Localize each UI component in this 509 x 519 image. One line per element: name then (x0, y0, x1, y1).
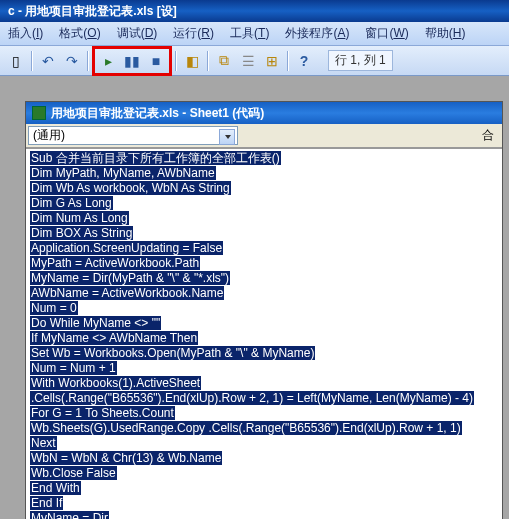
code-line: Sub 合并当前目录下所有工作簿的全部工作表() (30, 151, 502, 166)
procedure-dropdown-label: 合 (482, 127, 494, 144)
menu-调试[interactable]: 调试(D) (109, 25, 166, 42)
menu-bar: 插入(I)格式(O)调试(D)运行(R)工具(T)外接程序(A)窗口(W)帮助(… (0, 22, 509, 46)
code-window: 用地项目审批登记表.xls - Sheet1 (代码) (通用) 合 Sub 合… (25, 101, 503, 519)
code-line: If MyName <> AWbName Then (30, 331, 502, 346)
menu-运行[interactable]: 运行(R) (165, 25, 222, 42)
code-line: End With (30, 481, 502, 496)
toolbar: ▯ ↶ ↷ ▸ ▮▮ ■ ◧ ⧉ ☰ ⊞ ? 行 1, 列 1 (0, 46, 509, 76)
code-line: Wb.Sheets(G).UsedRange.Copy .Cells(.Rang… (30, 421, 502, 436)
code-line: MyPath = ActiveWorkbook.Path (30, 256, 502, 271)
menu-格式[interactable]: 格式(O) (51, 25, 108, 42)
menu-帮助[interactable]: 帮助(H) (417, 25, 474, 42)
code-editor[interactable]: Sub 合并当前目录下所有工作簿的全部工作表()Dim MyPath, MyNa… (26, 148, 502, 519)
toolbar-separator (287, 51, 289, 71)
break-button[interactable]: ▮▮ (121, 50, 143, 72)
toolbar-button[interactable]: ▯ (5, 50, 27, 72)
run-button[interactable]: ▸ (97, 50, 119, 72)
code-window-title: 用地项目审批登记表.xls - Sheet1 (代码) (51, 102, 264, 124)
object-browser-button[interactable]: ⊞ (261, 50, 283, 72)
project-explorer-button[interactable]: ⧉ (213, 50, 235, 72)
code-nav-bar: (通用) 合 (26, 124, 502, 148)
redo-button[interactable]: ↷ (61, 50, 83, 72)
menu-外接程序[interactable]: 外接程序(A) (277, 25, 357, 42)
mdi-workspace: 用地项目审批登记表.xls - Sheet1 (代码) (通用) 合 Sub 合… (0, 76, 509, 519)
code-line: .Cells(.Range("B65536").End(xlUp).Row + … (30, 391, 502, 406)
code-line: Num = 0 (30, 301, 502, 316)
code-line: Dim MyPath, MyName, AWbName (30, 166, 502, 181)
code-line: Next (30, 436, 502, 451)
toolbar-separator (175, 51, 177, 71)
code-line: Dim G As Long (30, 196, 502, 211)
help-button[interactable]: ? (293, 50, 315, 72)
highlighted-run-group: ▸ ▮▮ ■ (92, 46, 172, 76)
undo-button[interactable]: ↶ (37, 50, 59, 72)
object-dropdown-value: (通用) (33, 128, 65, 142)
code-line: Dim BOX As String (30, 226, 502, 241)
code-line: Num = Num + 1 (30, 361, 502, 376)
reset-button[interactable]: ■ (145, 50, 167, 72)
object-dropdown[interactable]: (通用) (28, 126, 238, 145)
toolbar-separator (31, 51, 33, 71)
code-line: Wb.Close False (30, 466, 502, 481)
code-line: AWbName = ActiveWorkbook.Name (30, 286, 502, 301)
code-line: WbN = WbN & Chr(13) & Wb.Name (30, 451, 502, 466)
app-title: c - 用地项目审批登记表.xls [设] (8, 4, 177, 18)
code-window-title-bar[interactable]: 用地项目审批登记表.xls - Sheet1 (代码) (26, 102, 502, 124)
cursor-position: 行 1, 列 1 (328, 50, 393, 71)
app-title-bar: c - 用地项目审批登记表.xls [设] (0, 0, 509, 22)
code-line: Dim Wb As workbook, WbN As String (30, 181, 502, 196)
menu-插入[interactable]: 插入(I) (0, 25, 51, 42)
code-line: Application.ScreenUpdating = False (30, 241, 502, 256)
code-line: For G = 1 To Sheets.Count (30, 406, 502, 421)
code-line: MyName = Dir (30, 511, 502, 519)
code-line: End If (30, 496, 502, 511)
module-icon (32, 106, 46, 120)
properties-button[interactable]: ☰ (237, 50, 259, 72)
design-mode-button[interactable]: ◧ (181, 50, 203, 72)
toolbar-separator (207, 51, 209, 71)
code-line: MyName = Dir(MyPath & "\" & "*.xls") (30, 271, 502, 286)
toolbar-separator (87, 51, 89, 71)
menu-窗口[interactable]: 窗口(W) (357, 25, 416, 42)
code-line: With Workbooks(1).ActiveSheet (30, 376, 502, 391)
code-line: Set Wb = Workbooks.Open(MyPath & "\" & M… (30, 346, 502, 361)
menu-工具[interactable]: 工具(T) (222, 25, 277, 42)
code-line: Dim Num As Long (30, 211, 502, 226)
code-line: Do While MyName <> "" (30, 316, 502, 331)
